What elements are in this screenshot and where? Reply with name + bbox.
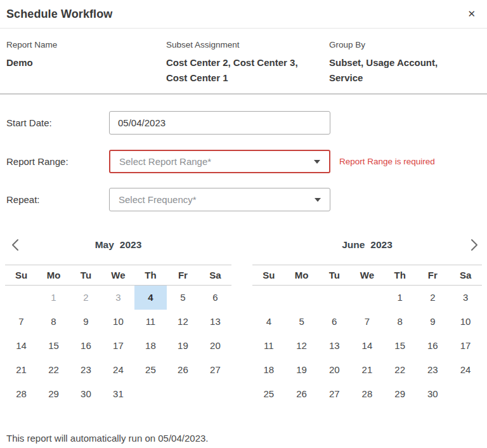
summary-label: Group By xyxy=(329,40,473,49)
calendar-day[interactable]: 15 xyxy=(37,334,70,358)
calendar-day[interactable]: 11 xyxy=(134,310,167,334)
calendar-day[interactable]: 20 xyxy=(318,358,351,382)
calendar-day[interactable]: 10 xyxy=(102,310,134,334)
calendar-day[interactable]: 25 xyxy=(134,358,167,382)
calendar-day[interactable]: 18 xyxy=(252,358,285,382)
close-icon: ✕ xyxy=(467,8,476,20)
report-summary: Report Name Demo Subset Assignment Cost … xyxy=(0,29,487,95)
calendar-day[interactable]: 25 xyxy=(252,382,285,406)
report-range-label: Report Range: xyxy=(6,156,109,167)
calendar-day[interactable]: 22 xyxy=(384,358,417,382)
calendar-day[interactable]: 13 xyxy=(318,334,351,358)
calendar-day[interactable]: 23 xyxy=(417,358,450,382)
calendar-day[interactable]: 20 xyxy=(199,334,231,358)
calendar-day[interactable]: 11 xyxy=(252,334,285,358)
calendar-day[interactable]: 16 xyxy=(417,334,450,358)
calendar-day-empty xyxy=(285,286,318,310)
calendar-day[interactable]: 5 xyxy=(167,286,199,310)
calendar-day: 1 xyxy=(37,286,70,310)
calendar-day[interactable]: 29 xyxy=(384,382,417,406)
calendar-month-title: June2023 xyxy=(342,239,393,265)
calendar-week-row: 45678910 xyxy=(252,310,482,334)
calendar-day[interactable]: 22 xyxy=(37,358,70,382)
calendar-day[interactable]: 5 xyxy=(285,310,318,334)
calendar-day[interactable]: 28 xyxy=(5,382,37,406)
calendar-day-empty xyxy=(134,382,167,406)
calendar-day[interactable]: 16 xyxy=(70,334,102,358)
calendar-day[interactable]: 30 xyxy=(417,382,450,406)
weekday-header: SuMoTuWeThFrSa xyxy=(252,265,482,286)
calendar-day[interactable]: 8 xyxy=(37,310,70,334)
calendar-day[interactable]: 28 xyxy=(351,382,384,406)
calendar-day[interactable]: 27 xyxy=(199,358,231,382)
calendar-day[interactable]: 4 xyxy=(134,286,167,310)
calendar-week-row: 252627282930 xyxy=(252,382,482,406)
calendar-day[interactable]: 9 xyxy=(70,310,102,334)
summary-value: Subset, Usage Account, Service xyxy=(329,55,473,85)
year-label: 2023 xyxy=(120,239,141,250)
calendar-day[interactable]: 7 xyxy=(351,310,384,334)
calendar-day[interactable]: 19 xyxy=(285,358,318,382)
weekday-label: We xyxy=(102,270,134,280)
weekday-label: Tu xyxy=(318,270,351,280)
calendar-day[interactable]: 17 xyxy=(449,334,482,358)
summary-value: Demo xyxy=(6,55,159,70)
calendar-day[interactable]: 9 xyxy=(417,310,450,334)
calendar-day[interactable]: 26 xyxy=(285,382,318,406)
weekday-label: Sa xyxy=(449,270,482,280)
calendar-day[interactable]: 1 xyxy=(384,286,417,310)
chevron-down-icon xyxy=(314,160,320,164)
next-month-button[interactable] xyxy=(467,237,481,254)
weekday-label: We xyxy=(351,270,384,280)
calendar-day[interactable]: 24 xyxy=(449,358,482,382)
report-range-select[interactable]: Select Report Range* xyxy=(109,150,330,173)
calendar-day[interactable]: 26 xyxy=(167,358,199,382)
calendar-day[interactable]: 3 xyxy=(449,286,482,310)
calendar-day[interactable]: 14 xyxy=(351,334,384,358)
calendar-day[interactable]: 6 xyxy=(199,286,231,310)
repeat-placeholder: Select Frequency* xyxy=(119,194,197,205)
calendar-day[interactable]: 6 xyxy=(318,310,351,334)
calendar-day[interactable]: 13 xyxy=(199,310,231,334)
calendar-june: June2023 SuMoTuWeThFrSa 1234567891011121… xyxy=(252,237,482,406)
calendar-day[interactable]: 15 xyxy=(384,334,417,358)
calendar-week-row: 18192021222324 xyxy=(252,358,482,382)
calendar-day[interactable]: 30 xyxy=(70,382,102,406)
calendar-day[interactable]: 23 xyxy=(70,358,102,382)
calendar-day[interactable]: 12 xyxy=(167,310,199,334)
footer-note: This report will automatically run on 05… xyxy=(0,433,487,444)
month-label: May xyxy=(95,239,114,250)
weekday-label: Mo xyxy=(285,270,318,280)
calendar-day[interactable]: 2 xyxy=(417,286,450,310)
calendar-day[interactable]: 24 xyxy=(102,358,134,382)
calendar-day[interactable]: 7 xyxy=(5,310,37,334)
weekday-label: Th xyxy=(134,270,167,280)
prev-month-button[interactable] xyxy=(9,237,23,254)
chevron-right-icon xyxy=(467,237,481,253)
start-date-input[interactable] xyxy=(109,111,330,135)
calendar-week-row: 123 xyxy=(252,286,482,310)
calendar-day[interactable]: 31 xyxy=(102,382,134,406)
calendar-day[interactable]: 19 xyxy=(167,334,199,358)
close-button[interactable]: ✕ xyxy=(465,7,478,22)
calendar-may: May2023 SuMoTuWeThFrSa 12345678910111213… xyxy=(5,237,231,406)
summary-field-report-name: Report Name Demo xyxy=(6,40,166,85)
calendar-grid: 1234567891011121314151617181920212223242… xyxy=(5,286,231,406)
calendar-day[interactable]: 10 xyxy=(449,310,482,334)
calendar-day[interactable]: 14 xyxy=(5,334,37,358)
chevron-left-icon xyxy=(9,237,23,253)
summary-label: Subset Assignment xyxy=(166,40,321,49)
month-label: June xyxy=(342,239,365,250)
calendar-day-empty xyxy=(318,286,351,310)
calendar-day-empty xyxy=(252,286,285,310)
calendar-day[interactable]: 29 xyxy=(37,382,70,406)
calendar-day[interactable]: 12 xyxy=(285,334,318,358)
calendar-day[interactable]: 27 xyxy=(318,382,351,406)
repeat-select[interactable]: Select Frequency* xyxy=(109,188,330,211)
calendar-day[interactable]: 17 xyxy=(102,334,134,358)
calendar-day[interactable]: 8 xyxy=(384,310,417,334)
calendar-day[interactable]: 18 xyxy=(134,334,167,358)
calendar-day[interactable]: 21 xyxy=(5,358,37,382)
calendar-day[interactable]: 4 xyxy=(252,310,285,334)
calendar-day[interactable]: 21 xyxy=(351,358,384,382)
